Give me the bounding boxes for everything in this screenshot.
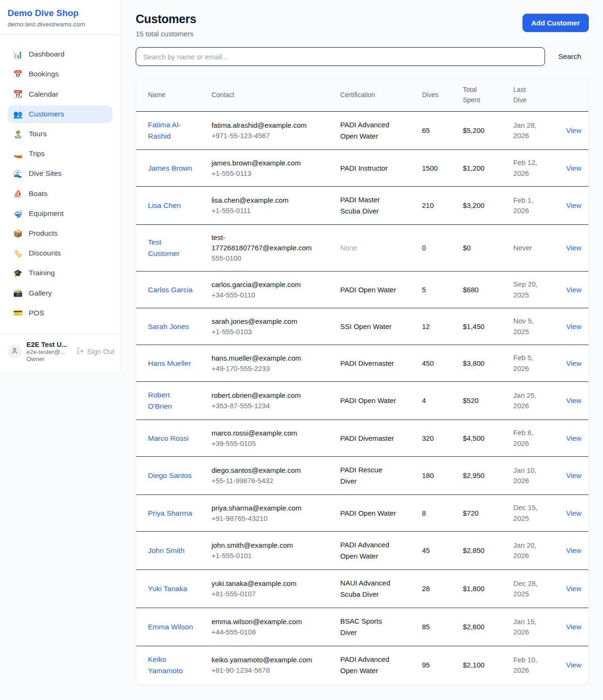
view-link[interactable]: View xyxy=(566,244,581,252)
view-link[interactable]: View xyxy=(566,585,581,593)
table-row: Marco Rossi marco.rossi@example.com +39-… xyxy=(136,420,588,457)
view-link[interactable]: View xyxy=(566,509,581,517)
customer-name-link[interactable]: James Brown xyxy=(148,163,193,174)
sidebar-item-equipment[interactable]: 🤿 Equipment xyxy=(8,205,113,222)
user-panel: E2E Test U... e2e-tester@... Owner Sign … xyxy=(0,334,120,372)
table-row: James Brown james.brown@example.com +1-5… xyxy=(136,150,588,187)
customer-last-dive: Feb 5, 2026 xyxy=(513,353,544,374)
customer-name-link[interactable]: Keiko Yamamoto xyxy=(148,654,193,676)
view-link[interactable]: View xyxy=(566,164,581,172)
customer-last-dive: Feb 12, 2026 xyxy=(513,157,544,179)
name-cell: Marco Rossi xyxy=(136,420,206,457)
view-link[interactable]: View xyxy=(566,359,581,367)
customer-name-link[interactable]: Yuki Tanaka xyxy=(148,583,193,594)
sidebar-item-pos[interactable]: 💳 POS xyxy=(8,304,113,321)
customer-name-link[interactable]: Test Customer xyxy=(148,237,193,259)
customer-certification: PADI Divemaster xyxy=(340,358,399,369)
certification-cell: NAUI Advanced Scuba Diver xyxy=(334,570,416,608)
view-cell: View xyxy=(561,420,588,457)
view-link[interactable]: View xyxy=(566,201,581,209)
total-spent-cell: $5,200 xyxy=(457,112,507,150)
customer-last-dive: Jan 10, 2026 xyxy=(513,465,544,486)
customer-name-link[interactable]: Lisa Chen xyxy=(148,200,193,211)
customer-name-link[interactable]: Priya Sharma xyxy=(148,508,193,519)
customer-dives: 5 xyxy=(422,286,426,294)
customer-name-link[interactable]: Sarah Jones xyxy=(148,321,193,332)
customer-last-dive: Feb 10, 2026 xyxy=(513,655,544,676)
sidebar-item-customers[interactable]: 👥 Customers xyxy=(8,106,113,123)
bar-chart-icon: 📊 xyxy=(13,50,23,59)
view-cell: View xyxy=(561,225,588,272)
customer-name-link[interactable]: Diego Santos xyxy=(148,470,193,481)
search-input[interactable] xyxy=(136,47,545,66)
person-icon xyxy=(11,347,18,356)
customer-phone: +353-87-555-1234 xyxy=(212,401,329,412)
view-cell: View xyxy=(561,382,588,420)
last-dive-cell: Jan 28, 2026 xyxy=(508,112,561,150)
add-customer-button[interactable]: Add Customer xyxy=(522,14,589,32)
sidebar-item-bookings[interactable]: 📅 Bookings xyxy=(8,66,113,83)
customer-phone: 555-0100 xyxy=(212,253,329,264)
customer-name-link[interactable]: Carlos Garcia xyxy=(148,284,193,296)
customer-name-link[interactable]: Fatima Al-Rashid xyxy=(148,119,193,142)
customer-email: lisa.chen@example.com xyxy=(212,195,314,206)
sidebar-item-training[interactable]: 🎓 Training xyxy=(8,264,113,282)
view-link[interactable]: View xyxy=(566,661,581,669)
sidebar-item-calendar[interactable]: 📆 Calendar xyxy=(8,85,113,103)
customer-name-link[interactable]: Robert O'Brien xyxy=(148,389,193,412)
sidebar-item-products[interactable]: 📦 Products xyxy=(8,225,113,242)
customer-email: john.smith@example.com xyxy=(212,540,314,551)
customer-last-dive: Jan 25, 2026 xyxy=(513,390,544,412)
view-link[interactable]: View xyxy=(566,126,581,134)
sidebar-item-dive-sites[interactable]: 🌊 Dive Sites xyxy=(8,165,113,182)
customer-name-link[interactable]: Hans Mueller xyxy=(148,358,193,369)
sidebar-item-trips[interactable]: 🚤 Trips xyxy=(8,145,113,163)
name-cell: Diego Santos xyxy=(136,457,206,495)
customer-name-link[interactable]: John Smith xyxy=(148,545,193,556)
sidebar-item-discounts[interactable]: 🏷️ Discounts xyxy=(8,245,113,262)
customer-total-spent: $2,850 xyxy=(463,546,484,554)
island-icon: 🏝️ xyxy=(13,130,23,139)
customer-name-link[interactable]: Emma Wilson xyxy=(148,621,193,633)
dives-cell: 28 xyxy=(416,570,457,608)
customer-phone: +34-555-0110 xyxy=(212,290,329,301)
sign-out-button[interactable]: Sign Out xyxy=(77,347,114,356)
view-link[interactable]: View xyxy=(566,286,581,294)
customer-certification: PADI Advanced Open Water xyxy=(340,654,399,676)
sidebar-item-label: Calendar xyxy=(29,90,58,99)
certification-cell: PADI Advanced Open Water xyxy=(334,112,416,150)
customer-certification: NAUI Advanced Scuba Diver xyxy=(340,577,399,600)
name-cell: Carlos Garcia xyxy=(136,272,206,308)
page-title: Customers xyxy=(136,12,196,26)
sign-out-icon xyxy=(77,347,84,356)
sidebar-item-label: Trips xyxy=(29,149,45,158)
search-button[interactable]: Search xyxy=(558,52,581,61)
last-dive-cell: Dec 15, 2025 xyxy=(508,495,561,532)
customer-dives: 450 xyxy=(422,359,434,367)
customer-certification: BSAC Sports Diver xyxy=(340,616,399,638)
view-link[interactable]: View xyxy=(566,471,581,479)
column-header-actions xyxy=(561,79,588,112)
sidebar-item-dashboard[interactable]: 📊 Dashboard xyxy=(8,46,113,63)
view-link[interactable]: View xyxy=(566,396,581,404)
last-dive-cell: Sep 20, 2025 xyxy=(508,272,561,308)
table-row: Hans Mueller hans.mueller@example.com +4… xyxy=(136,345,588,382)
view-link[interactable]: View xyxy=(566,623,581,631)
customer-last-dive: Feb 1, 2026 xyxy=(513,195,544,216)
customer-total-spent: $2,100 xyxy=(463,661,484,669)
total-spent-cell: $3,200 xyxy=(457,187,507,225)
view-link[interactable]: View xyxy=(566,546,581,554)
graduation-cap-icon: 🎓 xyxy=(13,269,23,278)
credit-card-icon: 💳 xyxy=(13,308,23,317)
sidebar-item-gallery[interactable]: 📸 Gallery xyxy=(8,284,113,302)
tag-icon: 🏷️ xyxy=(13,249,23,258)
view-link[interactable]: View xyxy=(566,322,581,330)
customer-phone: +81-90-1234-5678 xyxy=(212,665,329,676)
sidebar-item-tours[interactable]: 🏝️ Tours xyxy=(8,125,113,143)
sidebar-item-boats[interactable]: ⛵ Boats xyxy=(8,185,113,202)
view-link[interactable]: View xyxy=(566,434,581,442)
customer-name-link[interactable]: Marco Rossi xyxy=(148,433,193,444)
customer-count: 15 total customers xyxy=(136,30,196,38)
dives-cell: 210 xyxy=(416,187,457,225)
sign-out-label: Sign Out xyxy=(87,347,114,355)
